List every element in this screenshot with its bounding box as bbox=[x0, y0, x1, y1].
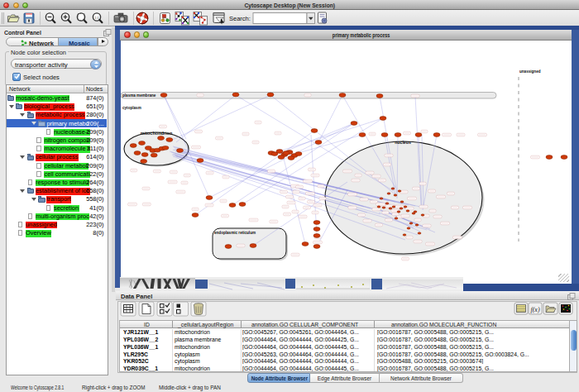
svg-text:1:1: 1:1 bbox=[95, 17, 99, 20]
svg-text:plasma membrane: plasma membrane bbox=[122, 93, 156, 98]
svg-text:nucleus: nucleus bbox=[395, 140, 411, 145]
svg-text:endoplasmic reticulum: endoplasmic reticulum bbox=[214, 231, 256, 235]
svg-text:Search:: Search: bbox=[229, 15, 251, 22]
svg-text:unassigned: unassigned bbox=[519, 69, 541, 74]
svg-text:f(x): f(x) bbox=[530, 306, 539, 313]
svg-text:mitochondrion: mitochondrion bbox=[141, 131, 173, 136]
svg-text:cytoplasm: cytoplasm bbox=[122, 106, 141, 110]
